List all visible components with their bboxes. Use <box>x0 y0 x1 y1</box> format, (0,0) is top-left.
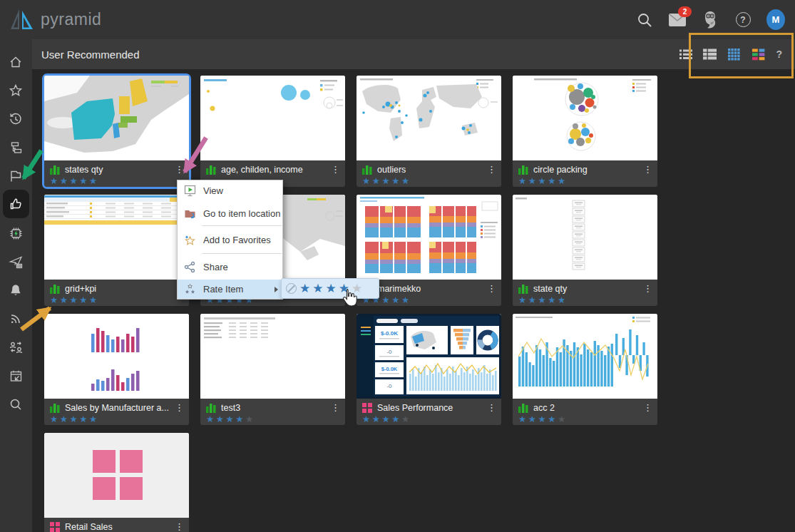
tile-menu-button[interactable]: ⋮ <box>487 284 496 293</box>
avatar[interactable]: M <box>766 11 785 29</box>
thumbnail-states-qty <box>44 76 189 160</box>
grid-view-icon[interactable] <box>727 48 741 61</box>
sidebar-item-history[interactable] <box>1 106 30 132</box>
tile-title: test3 <box>221 403 326 413</box>
sidebar-item-search[interactable] <box>1 392 30 417</box>
assistant-owl-icon[interactable] <box>701 11 719 29</box>
menu-item-label: View <box>203 185 278 196</box>
tile-menu-button[interactable]: ⋮ <box>643 284 652 293</box>
sidebar-item-home[interactable] <box>1 49 30 75</box>
no-rating-icon[interactable] <box>286 283 297 294</box>
thumbnail-marimekko <box>357 195 501 280</box>
tile-menu-button[interactable]: ⋮ <box>175 165 183 174</box>
tile-title: grid+kpi <box>65 284 170 294</box>
thumbnail-sales-by-manufacturer <box>44 314 189 399</box>
sidebar-item-feeds[interactable] <box>1 306 30 332</box>
messages-icon[interactable]: 2 <box>668 11 687 29</box>
tile-rating: ★★★★★ <box>362 176 496 186</box>
tile-menu-button[interactable]: ⋮ <box>331 403 339 412</box>
sidebar-item-publications[interactable] <box>1 249 30 275</box>
rating-stars[interactable]: ★★★★★ <box>299 282 364 295</box>
report-type-icon <box>518 284 528 294</box>
tile-acc-2[interactable]: acc 2 ⋮ ★★★★★ <box>513 314 657 425</box>
tile-state-qty[interactable]: state qty ⋮ ★★★★★ <box>513 195 657 306</box>
tile-menu-button[interactable]: ⋮ <box>175 403 183 412</box>
report-type-icon <box>518 403 528 413</box>
rate-stars-icon <box>184 283 196 295</box>
sidebar-item-collaboration[interactable] <box>1 334 30 360</box>
detail-view-icon[interactable] <box>703 48 717 61</box>
pyramid-logo[interactable]: pyramid <box>9 8 101 31</box>
avatar-initial: M <box>766 9 785 30</box>
sidebar-item-recommended[interactable] <box>3 190 29 218</box>
search-icon[interactable] <box>635 11 654 29</box>
tile-sales-performance[interactable]: $-0.0K -0 $-0.0K -0 <box>357 314 501 425</box>
tile-menu-button[interactable]: ⋮ <box>175 522 183 531</box>
help-icon[interactable]: ? <box>734 11 752 29</box>
share-icon <box>184 261 196 273</box>
tile-rating: ★★★★★ <box>50 414 183 424</box>
tile-title: outliers <box>377 165 482 175</box>
sidebar-item-favorites[interactable] <box>1 78 30 103</box>
sidebar-item-content-explorer[interactable] <box>1 135 30 160</box>
home-icon <box>9 55 23 69</box>
svg-text:$-0.0K: $-0.0K <box>381 366 398 372</box>
menu-item-go-to-item-location[interactable]: Go to item location <box>178 201 282 225</box>
tile-circle-packing[interactable]: circle packing ⋮ ★★★★★ <box>513 76 657 187</box>
sidebar-item-schedules[interactable] <box>1 363 30 389</box>
thumbnail-retail-sales <box>44 433 189 518</box>
menu-item-label: Add to Favorites <box>203 235 278 245</box>
tile-sales-by-manufacturer[interactable]: Sales by Manufacturer a... ⋮ ★★★★★ <box>44 314 189 425</box>
report-type-icon <box>518 165 528 175</box>
rate-item-submenu: ★★★★★ <box>281 278 379 299</box>
tile-title: age, childen, income <box>221 165 326 175</box>
tile-view-icon[interactable] <box>752 48 765 61</box>
tile-menu-button[interactable]: ⋮ <box>331 165 339 174</box>
tile-menu-button[interactable]: ⋮ <box>487 165 496 174</box>
publish-plane-icon <box>9 255 24 270</box>
tile-states-qty[interactable]: states qty ⋮ ★★★★★ <box>44 76 189 187</box>
menu-item-label: Share <box>203 262 278 272</box>
thumbnail-age-childen-income <box>200 76 345 160</box>
tile-retail-sales[interactable]: Retail Sales ⋮ <box>44 433 189 532</box>
tile-menu-button[interactable]: ⋮ <box>643 403 652 412</box>
tile-menu-button[interactable]: ⋮ <box>643 165 652 174</box>
report-type-icon <box>206 403 216 413</box>
calendar-export-icon <box>9 369 24 384</box>
menu-item-view[interactable]: View <box>178 180 282 201</box>
pyramid-app: pyramid 2 ? <box>0 0 795 532</box>
tile-rating: ★★★★★ <box>50 176 183 186</box>
tile-grid-kpi[interactable]: grid+kpi ⋮ ★★★★★ <box>44 195 189 306</box>
sidebar-item-smart-insights[interactable] <box>1 220 30 246</box>
sidebar-item-alerts[interactable] <box>1 277 30 303</box>
tile-menu-button[interactable]: ⋮ <box>487 403 496 412</box>
content-header: User Recommended ? <box>32 39 795 69</box>
tile-rating: ★★★★★ <box>362 295 496 305</box>
tile-title: acc 2 <box>533 403 638 413</box>
tile-outliers[interactable]: outliers ⋮ ★★★★★ <box>357 76 501 187</box>
dashboard-type-icon <box>362 403 372 413</box>
thumbnail-outliers <box>357 76 501 160</box>
menu-item-rate-item[interactable]: Rate Item <box>178 280 282 299</box>
menu-item-share[interactable]: Share <box>178 254 282 280</box>
tile-rating: ★★★★★ <box>518 414 652 424</box>
thumbs-up-icon <box>9 197 24 212</box>
tile-title: state qty <box>533 284 638 294</box>
star-plus-icon <box>184 234 196 246</box>
report-type-icon <box>50 403 60 413</box>
thumbnail-state-qty <box>513 195 657 280</box>
bell-icon <box>9 283 23 297</box>
sidebar-item-flags[interactable] <box>1 163 30 189</box>
view-help-icon[interactable]: ? <box>776 48 782 60</box>
tile-age-childen-income[interactable]: age, childen, income ⋮ <box>200 76 345 187</box>
menu-item-add-to-favorites[interactable]: Add to Favorites <box>178 226 282 253</box>
tile-title: marimekko <box>377 284 482 294</box>
magnifier-icon <box>9 397 23 411</box>
star-icon <box>9 83 23 98</box>
tile-title: Retail Sales <box>65 522 170 532</box>
history-icon <box>9 112 23 126</box>
folder-location-icon <box>184 208 196 220</box>
list-view-icon[interactable] <box>679 48 692 61</box>
tile-test3[interactable]: test3 ⋮ ★★★★★ <box>200 314 345 425</box>
thumbnail-test3 <box>200 314 345 399</box>
